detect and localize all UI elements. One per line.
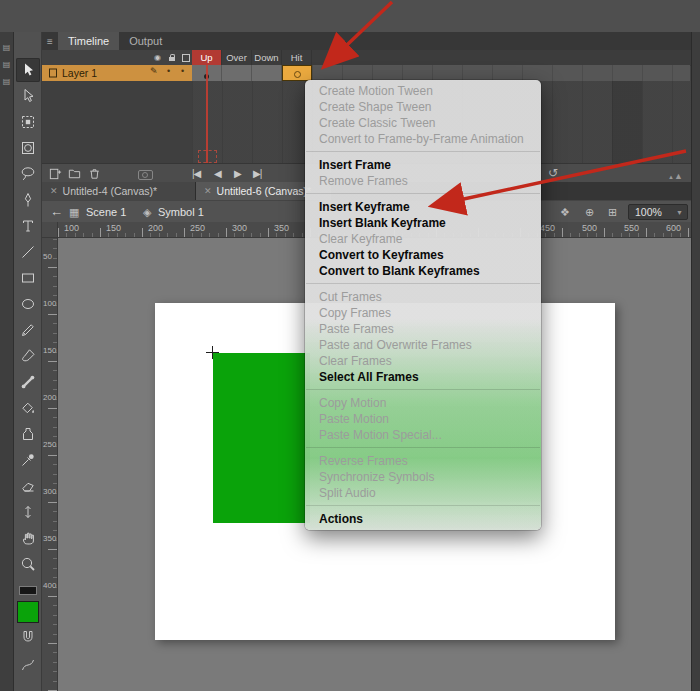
frame-header-over[interactable]: Over	[222, 50, 252, 65]
play-button[interactable]: ▶	[234, 164, 241, 182]
pencil-tool[interactable]	[16, 318, 40, 342]
panel-menu-icon[interactable]: ≡	[42, 32, 58, 50]
close-icon[interactable]: ✕	[204, 186, 212, 196]
ruler-number: 150	[43, 346, 56, 355]
free-transform-icon	[20, 114, 36, 130]
layer-lock-dot[interactable]: •	[181, 66, 184, 76]
tab-timeline[interactable]: Timeline	[58, 32, 119, 50]
docked-panel-icon[interactable]: ▤	[3, 78, 11, 86]
line-tool[interactable]	[16, 240, 40, 264]
gradient-transform-tool[interactable]	[16, 136, 40, 160]
layer-row-label[interactable]: Layer 1 ✎ • •	[42, 65, 192, 81]
menu-item-insert-frame[interactable]: Insert Frame	[305, 157, 541, 173]
lasso-tool[interactable]	[16, 162, 40, 186]
eraser-tool[interactable]	[16, 474, 40, 498]
layer-visibility-dot[interactable]: •	[167, 66, 170, 76]
magnet-icon	[20, 629, 36, 649]
playhead-marker	[198, 150, 217, 163]
tab-output[interactable]: Output	[119, 32, 172, 50]
frame-cell-down[interactable]	[252, 65, 282, 81]
pencil-edit-icon: ✎	[150, 66, 158, 76]
paint-bucket-tool[interactable]	[16, 396, 40, 420]
crosshair-cursor	[206, 346, 219, 359]
menu-item-paste-frames: Paste Frames	[305, 321, 541, 337]
panel-dock-strip: ▤ ▤ ▤	[0, 32, 14, 691]
first-frame-button[interactable]: |◀	[192, 164, 200, 182]
grid-icon[interactable]: ⊞	[608, 201, 617, 223]
step-forward-button[interactable]: ▶|	[253, 164, 261, 182]
menu-item-select-all-frames[interactable]: Select All Frames	[305, 369, 541, 385]
menu-item-create-classic-tween: Create Classic Tween	[305, 115, 541, 131]
ink-bottle-tool[interactable]	[16, 422, 40, 446]
fill-color-swatch[interactable]	[17, 601, 39, 623]
menu-item-reverse-frames: Reverse Frames	[305, 453, 541, 469]
frame-header-hit[interactable]: Hit	[282, 50, 312, 65]
docked-panel-icon[interactable]: ▤	[3, 44, 11, 52]
stroke-color-swatch[interactable]	[19, 586, 37, 595]
chevron-down-icon: ▼	[676, 209, 687, 216]
document-tab-untitled-4[interactable]: ✕ Untitled-4 (Canvas)*	[42, 182, 196, 200]
right-edge-strip	[691, 32, 700, 691]
application-top-bar	[0, 0, 700, 33]
new-folder-button[interactable]	[67, 166, 82, 182]
loop-playback-icon[interactable]: ↺	[548, 164, 558, 182]
frame-header-down[interactable]: Down	[252, 50, 282, 65]
menu-separator	[305, 279, 541, 289]
bone-tool[interactable]	[16, 370, 40, 394]
width-tool[interactable]	[16, 500, 40, 524]
breadcrumb-scene[interactable]: Scene 1	[86, 201, 126, 223]
close-icon[interactable]: ✕	[50, 186, 58, 196]
menu-item-actions[interactable]: Actions	[305, 511, 541, 527]
frame-cell-over[interactable]	[222, 65, 252, 81]
smooth-option[interactable]	[16, 655, 40, 679]
step-back-button[interactable]: ◀	[214, 164, 221, 182]
menu-item-convert-to-keyframes[interactable]: Convert to Keyframes	[305, 247, 541, 263]
timeline-header-left: ◉	[42, 50, 192, 66]
edit-symbols-icon[interactable]: ❖	[560, 201, 570, 223]
menu-item-convert-to-blank-keyframes[interactable]: Convert to Blank Keyframes	[305, 263, 541, 279]
subselection-tool[interactable]	[16, 84, 40, 108]
frame-cell-hit-selected[interactable]	[282, 65, 312, 81]
playhead-line[interactable]	[206, 65, 208, 163]
menu-item-synchronize-symbols: Synchronize Symbols	[305, 469, 541, 485]
outline-icon[interactable]	[182, 54, 190, 62]
zoom-icon	[20, 556, 36, 572]
eyedropper-tool[interactable]	[16, 448, 40, 472]
free-transform-tool[interactable]	[16, 110, 40, 134]
lock-icon[interactable]	[169, 57, 175, 61]
text-tool[interactable]	[16, 214, 40, 238]
snap-magnet-option[interactable]	[16, 627, 40, 651]
layer-name[interactable]: Layer 1	[62, 67, 97, 79]
menu-item-insert-keyframe[interactable]: Insert Keyframe	[305, 199, 541, 215]
breadcrumb-symbol[interactable]: Symbol 1	[158, 201, 204, 223]
hand-tool[interactable]	[16, 526, 40, 550]
menu-item-insert-blank-keyframe[interactable]: Insert Blank Keyframe	[305, 215, 541, 231]
menu-item-remove-frames: Remove Frames	[305, 173, 541, 189]
hand-icon	[20, 530, 36, 546]
menu-separator	[305, 501, 541, 511]
menu-item-cut-frames: Cut Frames	[305, 289, 541, 305]
ruler-number: 150	[106, 223, 121, 233]
menu-item-clear-frames: Clear Frames	[305, 353, 541, 369]
pen-tool[interactable]	[16, 188, 40, 212]
delete-layer-button[interactable]	[87, 166, 102, 182]
camera-icon[interactable]	[138, 170, 153, 180]
drawn-green-rectangle[interactable]	[213, 353, 310, 523]
new-layer-button[interactable]	[48, 166, 63, 182]
selection-tool[interactable]	[16, 58, 40, 82]
back-arrow-icon[interactable]: ←	[50, 201, 63, 223]
frame-view-icon[interactable]: ▲▲	[668, 164, 683, 182]
zoom-level-value: 100%	[629, 206, 662, 218]
center-frame-icon[interactable]: ⊕	[585, 201, 594, 223]
width-icon	[20, 504, 36, 520]
frame-header-up[interactable]: Up	[192, 50, 222, 65]
zoom-tool[interactable]	[16, 552, 40, 576]
menu-item-create-motion-tween: Create Motion Tween	[305, 83, 541, 99]
rectangle-tool[interactable]	[16, 266, 40, 290]
ruler-number: 200	[148, 223, 163, 233]
brush-tool[interactable]	[16, 344, 40, 368]
oval-tool[interactable]	[16, 292, 40, 316]
zoom-level-select[interactable]: 100% ▼	[628, 204, 688, 220]
docked-panel-icon[interactable]: ▤	[3, 61, 11, 69]
visibility-eye-icon[interactable]: ◉	[154, 53, 161, 62]
